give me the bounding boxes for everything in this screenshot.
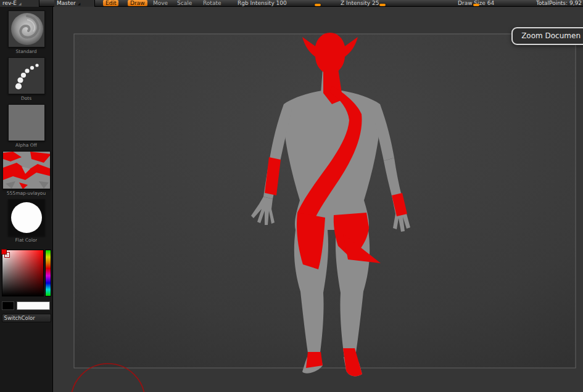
main-color-swatch[interactable] — [17, 301, 50, 310]
material-label: Flat Color — [15, 237, 38, 243]
texture-selector[interactable]: 555map-uvlayou — [2, 151, 51, 196]
total-points-label: TotalPoints: 9,92 — [536, 0, 583, 7]
rgb-intensity-value: 100 — [276, 0, 287, 6]
master-menu-label: Master — [57, 0, 76, 6]
rgb-intensity-slider[interactable]: Rgb Intensity 100 — [238, 0, 325, 7]
draw-size-handle[interactable] — [473, 4, 479, 6]
z-intensity-handle[interactable] — [379, 4, 386, 6]
stroke-thumbnail[interactable] — [8, 57, 45, 94]
z-intensity-value: 25 — [372, 0, 379, 6]
draw-button[interactable]: Draw — [128, 0, 147, 6]
alpha-label: Alpha Off — [15, 142, 37, 148]
brush-selector[interactable]: Standard — [8, 10, 45, 54]
scale-button[interactable]: Scale — [176, 0, 193, 7]
rgb-intensity-label: Rgb Intensity — [238, 0, 275, 6]
color-swatches — [2, 301, 51, 310]
edit-button-label: Edit — [105, 0, 116, 6]
draw-size-value: 64 — [487, 0, 494, 6]
top-toolbar: rev-E◢ Master◢ Edit Draw Move Scale Rota… — [0, 0, 583, 7]
brush-thumbnail[interactable] — [8, 10, 45, 47]
stroke-selector[interactable]: Dots — [8, 57, 45, 101]
texture-label: 555map-uvlayou — [7, 190, 46, 196]
rotate-button[interactable]: Rotate — [202, 0, 222, 7]
texture-thumbnail[interactable] — [2, 151, 51, 189]
saturation-value-field[interactable] — [2, 250, 44, 296]
draw-size-slider[interactable]: Draw Size 64 — [458, 0, 517, 7]
switch-color-button[interactable]: SwitchColor — [2, 314, 51, 322]
uv-texture-icon — [3, 152, 51, 189]
flat-color-circle-icon — [11, 202, 42, 233]
draw-button-label: Draw — [130, 0, 145, 6]
tool-menu-label: rev-E — [2, 0, 17, 6]
brush-label: Standard — [15, 49, 36, 54]
material-selector[interactable]: Flat Color — [8, 199, 45, 243]
color-picker — [2, 250, 51, 296]
canvas-viewport[interactable]: Zoom Documen — [53, 7, 583, 392]
master-menu[interactable]: Master◢ — [54, 0, 95, 7]
edit-button[interactable]: Edit — [103, 0, 118, 6]
alpha-selector[interactable]: Alpha Off — [8, 104, 45, 148]
left-tool-sidebar: Standard Dots Alpha Off — [0, 7, 53, 392]
dots-stroke-icon — [9, 58, 45, 94]
zoom-document-button[interactable]: Zoom Documen — [511, 27, 583, 45]
alpha-thumbnail[interactable] — [8, 104, 45, 141]
tool-menu[interactable]: rev-E◢ — [0, 0, 39, 7]
move-button-label: Move — [153, 0, 168, 6]
document-scene — [53, 7, 583, 392]
zbrush-app-window: rev-E◢ Master◢ Edit Draw Move Scale Rota… — [0, 0, 583, 392]
secondary-color-swatch[interactable] — [2, 301, 14, 310]
standard-brush-swirl-icon — [9, 11, 45, 47]
current-color-chip — [1, 249, 7, 255]
rotate-button-label: Rotate — [203, 0, 221, 6]
move-button[interactable]: Move — [152, 0, 169, 7]
draw-size-label: Draw Size — [458, 0, 486, 6]
hue-strip[interactable] — [45, 250, 51, 296]
menu-corner-icon: ◢ — [78, 1, 81, 6]
material-thumbnail[interactable] — [8, 199, 45, 236]
z-intensity-label: Z Intensity — [341, 0, 370, 6]
stroke-label: Dots — [21, 96, 31, 101]
z-intensity-slider[interactable]: Z Intensity 25 — [341, 0, 410, 7]
menu-corner-icon: ◢ — [19, 1, 22, 6]
scale-button-label: Scale — [177, 0, 192, 6]
rgb-intensity-handle[interactable] — [315, 4, 321, 6]
